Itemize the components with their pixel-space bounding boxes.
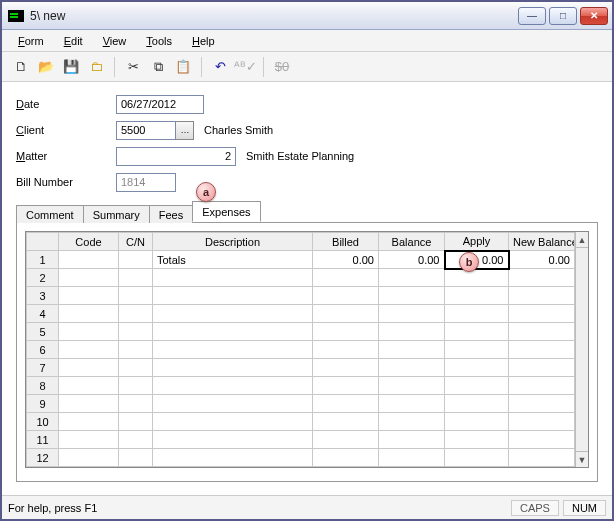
cell-balance[interactable] bbox=[379, 323, 445, 341]
matter-input[interactable] bbox=[116, 147, 236, 166]
table-row[interactable]: 5 bbox=[27, 323, 575, 341]
cell-newbal[interactable] bbox=[509, 413, 575, 431]
cell-code[interactable] bbox=[59, 287, 119, 305]
cell-balance[interactable] bbox=[379, 269, 445, 287]
cell-desc[interactable] bbox=[153, 395, 313, 413]
cell-billed[interactable] bbox=[313, 323, 379, 341]
menu-view[interactable]: View bbox=[95, 33, 135, 49]
cell-billed[interactable] bbox=[313, 269, 379, 287]
scroll-down-icon[interactable]: ▼ bbox=[576, 451, 588, 467]
cell-newbal[interactable] bbox=[509, 359, 575, 377]
table-row[interactable]: 9 bbox=[27, 395, 575, 413]
cell-code[interactable] bbox=[59, 359, 119, 377]
col-code[interactable]: Code bbox=[59, 233, 119, 251]
cell-apply[interactable] bbox=[445, 431, 509, 449]
cell-desc[interactable] bbox=[153, 413, 313, 431]
table-row[interactable]: 3 bbox=[27, 287, 575, 305]
cell-desc[interactable] bbox=[153, 449, 313, 467]
cell-code[interactable] bbox=[59, 269, 119, 287]
cell-newbal[interactable] bbox=[509, 341, 575, 359]
tab-comment[interactable]: Comment bbox=[16, 205, 84, 223]
cell-desc[interactable] bbox=[153, 359, 313, 377]
cell-billed[interactable] bbox=[313, 431, 379, 449]
cell-newbal[interactable] bbox=[509, 449, 575, 467]
client-lookup-button[interactable]: … bbox=[176, 121, 194, 140]
cell-desc[interactable] bbox=[153, 305, 313, 323]
cell-cn[interactable] bbox=[119, 377, 153, 395]
cell-cn[interactable] bbox=[119, 359, 153, 377]
cell-desc[interactable] bbox=[153, 341, 313, 359]
cell-apply[interactable] bbox=[445, 359, 509, 377]
copy-icon[interactable]: ⧉ bbox=[147, 56, 169, 78]
cell-billed[interactable] bbox=[313, 449, 379, 467]
table-row[interactable]: 11 bbox=[27, 431, 575, 449]
folder-icon[interactable]: 🗀 bbox=[85, 56, 107, 78]
billno-input[interactable] bbox=[116, 173, 176, 192]
table-row[interactable]: 8 bbox=[27, 377, 575, 395]
cell-apply[interactable] bbox=[445, 341, 509, 359]
cell-newbal[interactable] bbox=[509, 395, 575, 413]
cell-code[interactable] bbox=[59, 395, 119, 413]
cell-balance[interactable] bbox=[379, 305, 445, 323]
cell-code[interactable] bbox=[59, 431, 119, 449]
cell-balance[interactable]: 0.00 bbox=[379, 251, 445, 269]
cell-balance[interactable] bbox=[379, 377, 445, 395]
tab-summary[interactable]: Summary bbox=[83, 205, 150, 223]
col-balance[interactable]: Balance bbox=[379, 233, 445, 251]
maximize-button[interactable]: □ bbox=[549, 7, 577, 25]
cell-billed[interactable] bbox=[313, 413, 379, 431]
cell-apply[interactable] bbox=[445, 305, 509, 323]
table-row[interactable]: 2 bbox=[27, 269, 575, 287]
cell-balance[interactable] bbox=[379, 359, 445, 377]
col-description[interactable]: Description bbox=[153, 233, 313, 251]
cell-newbal[interactable] bbox=[509, 305, 575, 323]
minimize-button[interactable]: — bbox=[518, 7, 546, 25]
cell-newbal[interactable] bbox=[509, 323, 575, 341]
cell-newbal[interactable] bbox=[509, 431, 575, 449]
cell-apply[interactable] bbox=[445, 269, 509, 287]
cell-apply[interactable] bbox=[445, 287, 509, 305]
cell-billed[interactable] bbox=[313, 287, 379, 305]
cell-apply[interactable] bbox=[445, 377, 509, 395]
cell-apply[interactable] bbox=[445, 413, 509, 431]
cell-newbal[interactable] bbox=[509, 287, 575, 305]
cell-desc[interactable] bbox=[153, 287, 313, 305]
cell-cn[interactable] bbox=[119, 431, 153, 449]
cell-apply[interactable] bbox=[445, 395, 509, 413]
scroll-up-icon[interactable]: ▲ bbox=[576, 232, 588, 248]
col-cn[interactable]: C/N bbox=[119, 233, 153, 251]
cell-balance[interactable] bbox=[379, 341, 445, 359]
table-row[interactable]: 1Totals0.000.000.000.00 bbox=[27, 251, 575, 269]
cell-billed[interactable] bbox=[313, 341, 379, 359]
open-icon[interactable]: 📂 bbox=[35, 56, 57, 78]
cell-newbal[interactable] bbox=[509, 269, 575, 287]
cell-desc[interactable] bbox=[153, 269, 313, 287]
cell-balance[interactable] bbox=[379, 413, 445, 431]
cell-desc[interactable]: Totals bbox=[153, 251, 313, 269]
cell-cn[interactable] bbox=[119, 449, 153, 467]
grid-table[interactable]: Code C/N Description Billed Balance Appl… bbox=[26, 232, 575, 467]
undo-icon[interactable]: ↶ bbox=[209, 56, 231, 78]
tab-fees[interactable]: Fees bbox=[149, 205, 193, 223]
menu-edit[interactable]: Edit bbox=[56, 33, 91, 49]
cell-apply[interactable] bbox=[445, 323, 509, 341]
cell-billed[interactable]: 0.00 bbox=[313, 251, 379, 269]
cell-billed[interactable] bbox=[313, 359, 379, 377]
paste-icon[interactable]: 📋 bbox=[172, 56, 194, 78]
cell-newbal[interactable] bbox=[509, 377, 575, 395]
table-row[interactable]: 10 bbox=[27, 413, 575, 431]
cell-code[interactable] bbox=[59, 341, 119, 359]
cell-cn[interactable] bbox=[119, 305, 153, 323]
menu-form[interactable]: FFormorm bbox=[10, 33, 52, 49]
save-icon[interactable]: 💾 bbox=[60, 56, 82, 78]
close-button[interactable]: ✕ bbox=[580, 7, 608, 25]
cell-newbal[interactable]: 0.00 bbox=[509, 251, 575, 269]
cut-icon[interactable]: ✂ bbox=[122, 56, 144, 78]
cell-cn[interactable] bbox=[119, 251, 153, 269]
date-input[interactable] bbox=[116, 95, 204, 114]
table-row[interactable]: 12 bbox=[27, 449, 575, 467]
cell-billed[interactable] bbox=[313, 377, 379, 395]
menu-tools[interactable]: Tools bbox=[138, 33, 180, 49]
cell-desc[interactable] bbox=[153, 431, 313, 449]
col-newbalance[interactable]: New Balance bbox=[509, 233, 575, 251]
